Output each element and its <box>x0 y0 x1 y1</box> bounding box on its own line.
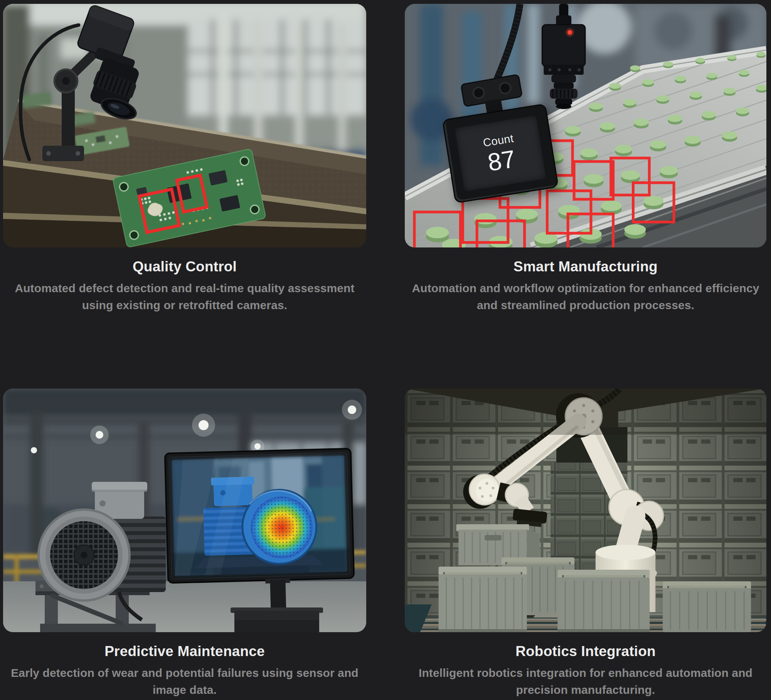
monitor-stand <box>270 580 286 610</box>
robotics-integration-image <box>405 389 766 632</box>
card-title: Predictive Maintenance <box>3 643 366 660</box>
card-smart-manufacturing: Count 87 Smart Manufacturing Automation … <box>405 4 766 314</box>
feature-grid: Quality Control Automated defect detecti… <box>3 4 768 698</box>
robot-arm-scene <box>405 389 766 632</box>
card-quality-control: Quality Control Automated defect detecti… <box>3 4 366 314</box>
quality-control-image <box>3 4 366 247</box>
pcb-inspection-scene <box>3 4 366 247</box>
card-description: Early detection of wear and potential fa… <box>3 665 366 698</box>
predictive-maintenance-image <box>3 389 366 632</box>
count-display: Count 87 <box>442 103 559 204</box>
motor-thermal-scene <box>3 389 366 632</box>
count-screen: Count 87 <box>455 115 546 191</box>
card-robotics-integration: Robotics Integration Intelligent robotic… <box>405 389 766 698</box>
smart-manufacturing-image: Count 87 <box>405 4 766 247</box>
card-title: Smart Manufacturing <box>405 258 766 275</box>
camera-status-led <box>567 30 572 35</box>
monitor-screen <box>172 456 347 576</box>
count-value: 87 <box>486 146 517 175</box>
card-description: Intelligent robotics integration for enh… <box>405 665 766 698</box>
card-predictive-maintenance: Predictive Maintenance Early detection o… <box>3 389 366 698</box>
card-description: Automated defect detection and real-time… <box>3 280 366 314</box>
card-title: Quality Control <box>3 258 366 275</box>
card-title: Robotics Integration <box>405 643 766 660</box>
card-description: Automation and workflow optimization for… <box>405 280 766 314</box>
